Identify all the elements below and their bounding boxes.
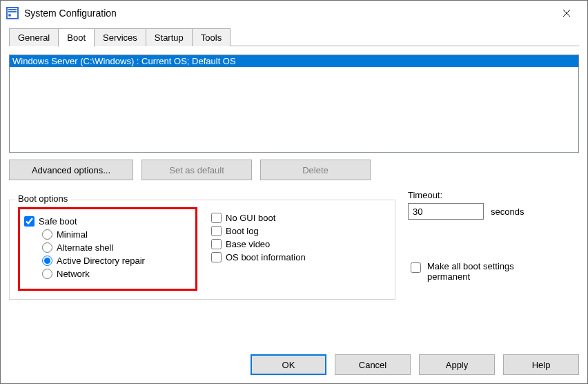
tab-content-boot: Windows Server (C:\Windows) : Current OS… <box>1 46 587 308</box>
base-video-label: Base video <box>226 239 270 249</box>
timeout-input[interactable] <box>408 203 484 220</box>
os-buttons-row: Advanced options... Set as default Delet… <box>9 160 579 180</box>
cancel-button[interactable]: Cancel <box>335 354 411 375</box>
safe-mode-network-radio[interactable] <box>42 269 52 279</box>
os-list[interactable]: Windows Server (C:\Windows) : Current OS… <box>9 55 579 153</box>
permanent-label: Make all boot settings permanent <box>427 261 545 282</box>
tab-tools[interactable]: Tools <box>192 28 231 46</box>
boot-log-label: Boot log <box>226 226 259 236</box>
safe-mode-minimal-label: Minimal <box>57 229 88 240</box>
permanent-row[interactable]: Make all boot settings permanent <box>408 261 579 282</box>
msconfig-icon <box>6 7 19 19</box>
safe-boot-label: Safe boot <box>39 216 77 227</box>
safe-mode-altshell-radio[interactable] <box>42 242 52 253</box>
close-button[interactable] <box>551 3 582 23</box>
ok-button[interactable]: OK <box>251 354 326 375</box>
timeout-unit: seconds <box>491 207 524 217</box>
svg-rect-2 <box>8 9 17 10</box>
advanced-options-button[interactable]: Advanced options... <box>9 160 133 180</box>
base-video-checkbox[interactable] <box>211 239 222 249</box>
os-boot-info-checkbox[interactable] <box>211 252 222 262</box>
timeout-column: Timeout: seconds Make all boot settings … <box>408 190 579 300</box>
os-boot-info-label: OS boot information <box>226 252 306 262</box>
safe-mode-altshell-label: Alternate shell <box>57 242 113 253</box>
svg-point-4 <box>8 14 11 17</box>
dialog-footer: OK Cancel Apply Help <box>251 354 579 375</box>
tab-bar: General Boot Services Startup Tools <box>1 28 587 46</box>
safe-mode-minimal-radio[interactable] <box>42 229 52 240</box>
os-list-item[interactable]: Windows Server (C:\Windows) : Current OS… <box>10 55 578 67</box>
highlight-box: Safe boot Minimal Alternate shell <box>18 207 197 291</box>
apply-button[interactable]: Apply <box>419 354 495 375</box>
close-icon <box>562 9 571 17</box>
boot-options-legend: Boot options <box>15 193 70 204</box>
no-gui-boot-checkbox[interactable] <box>211 213 222 223</box>
tab-boot[interactable]: Boot <box>58 28 95 47</box>
titlebar: System Configuration <box>1 1 587 26</box>
tab-services[interactable]: Services <box>94 28 146 46</box>
system-configuration-window: System Configuration General Boot Servic… <box>0 0 588 384</box>
set-default-button: Set as default <box>141 160 252 180</box>
safe-mode-network-label: Network <box>57 269 90 279</box>
no-gui-boot-label: No GUI boot <box>226 213 275 223</box>
safe-mode-adrepair-radio[interactable] <box>42 256 52 266</box>
help-button[interactable]: Help <box>503 354 579 375</box>
delete-button: Delete <box>260 160 371 180</box>
window-title: System Configuration <box>24 8 551 19</box>
permanent-checkbox[interactable] <box>411 262 421 273</box>
tab-general[interactable]: General <box>9 28 59 46</box>
boot-options-group: Boot options Safe boot Minimal <box>9 200 395 300</box>
safe-mode-adrepair-label: Active Directory repair <box>57 256 145 266</box>
svg-rect-3 <box>8 11 17 12</box>
timeout-label: Timeout: <box>408 190 579 200</box>
safe-boot-checkbox[interactable] <box>24 216 35 227</box>
boot-log-checkbox[interactable] <box>211 226 222 236</box>
tab-startup[interactable]: Startup <box>146 28 193 46</box>
